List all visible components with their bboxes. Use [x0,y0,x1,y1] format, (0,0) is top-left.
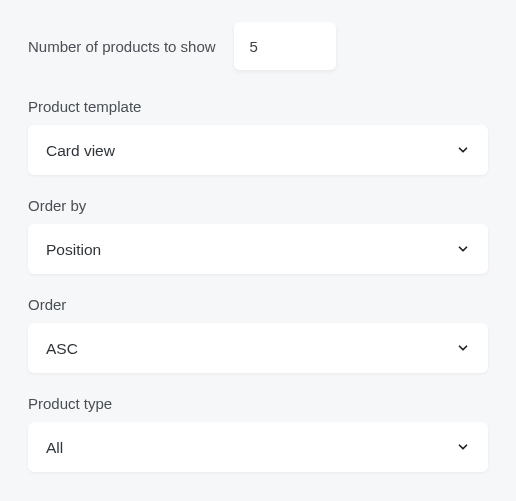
order-by-select-wrap: Position [28,224,488,274]
order-select-wrap: ASC [28,323,488,373]
order-select[interactable]: ASC [28,323,488,373]
product-type-select-wrap: All [28,422,488,472]
order-group: Order ASC [28,296,488,373]
product-type-group: Product type All [28,395,488,472]
product-template-select-wrap: Card view [28,125,488,175]
number-of-products-input[interactable] [234,22,336,70]
order-label: Order [28,296,488,313]
order-by-select[interactable]: Position [28,224,488,274]
order-by-group: Order by Position [28,197,488,274]
number-of-products-row: Number of products to show [28,22,488,70]
product-template-select[interactable]: Card view [28,125,488,175]
number-of-products-label: Number of products to show [28,38,216,55]
product-type-select[interactable]: All [28,422,488,472]
order-by-label: Order by [28,197,488,214]
product-template-label: Product template [28,98,488,115]
product-template-group: Product template Card view [28,98,488,175]
product-type-label: Product type [28,395,488,412]
